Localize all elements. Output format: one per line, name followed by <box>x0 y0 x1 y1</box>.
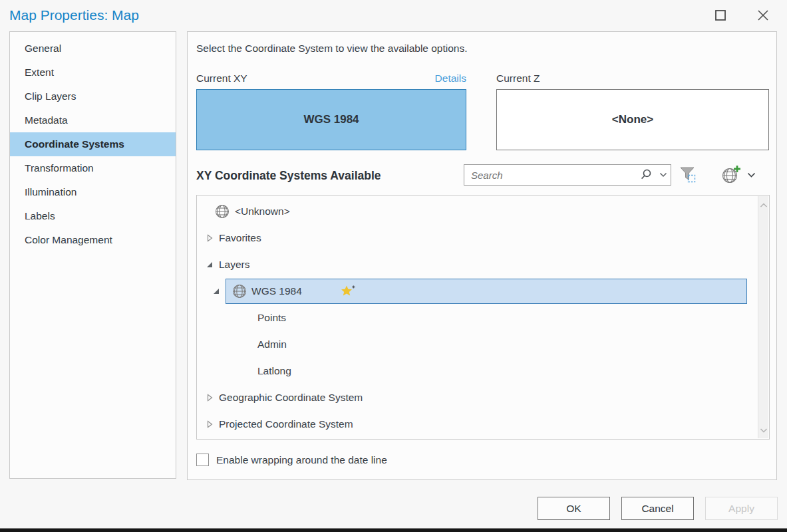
globe-icon <box>214 203 230 219</box>
maximize-button[interactable] <box>712 8 729 25</box>
sidebar-item-illumination[interactable]: Illumination <box>10 180 176 204</box>
wrap-dateline-row: Enable wrapping around the date line <box>196 454 387 466</box>
current-xy-label: Current XY <box>196 72 247 84</box>
sidebar-item-metadata[interactable]: Metadata <box>10 108 176 132</box>
sidebar-item-transformation[interactable]: Transformation <box>10 156 176 180</box>
search-input[interactable] <box>464 170 636 181</box>
details-link[interactable]: Details <box>417 72 466 84</box>
favorite-star-icon <box>341 285 356 298</box>
expander-expanded-icon[interactable] <box>212 288 221 295</box>
tree-item-wgs-1984[interactable]: WGS 1984 <box>197 278 758 305</box>
search-dropdown-chevron-icon[interactable] <box>656 172 671 178</box>
tree-item-favorites[interactable]: Favorites <box>197 225 758 251</box>
close-button[interactable] <box>754 8 772 25</box>
window-title: Map Properties: Map <box>9 7 139 23</box>
sidebar-item-extent[interactable]: Extent <box>10 61 176 84</box>
current-xy-value[interactable]: WGS 1984 <box>196 89 466 150</box>
sidebar-item-coordinate-systems[interactable]: Coordinate Systems <box>10 132 176 156</box>
expander-collapsed-icon[interactable] <box>205 394 214 402</box>
scroll-up-icon[interactable] <box>760 199 768 211</box>
tree-item-geographic-coordinate-system[interactable]: Geographic Coordinate System <box>197 384 758 411</box>
scroll-down-icon[interactable] <box>760 424 768 436</box>
tree-item-points[interactable]: Points <box>197 305 758 331</box>
expander-collapsed-icon[interactable] <box>205 234 214 242</box>
filter-funnel-icon <box>679 166 697 187</box>
wrap-dateline-label: Enable wrapping around the date line <box>216 454 387 466</box>
tree-item-label: Points <box>257 312 286 324</box>
tree-item-label: Layers <box>219 259 250 271</box>
wrap-dateline-checkbox[interactable] <box>196 454 209 466</box>
coordinate-system-tree: <Unknown>FavoritesLayers WGS 1984 Points… <box>196 195 770 440</box>
ok-button[interactable]: OK <box>538 497 610 520</box>
list-heading: XY Coordinate Systems Available <box>196 169 381 183</box>
window-bottom-edge <box>0 528 787 532</box>
intro-text: Select the Coordinate System to view the… <box>196 43 468 55</box>
tree-item-label: Favorites <box>219 232 261 244</box>
expander-expanded-icon[interactable] <box>205 261 214 268</box>
sidebar: GeneralExtentClip LayersMetadataCoordina… <box>9 31 176 479</box>
tree-item-label: <Unknown> <box>235 205 290 217</box>
cancel-button[interactable]: Cancel <box>621 497 694 520</box>
add-coordinate-system-button[interactable] <box>720 164 742 188</box>
main-panel: Select the Coordinate System to view the… <box>187 31 777 480</box>
tree-selected-row[interactable]: WGS 1984 <box>226 279 747 304</box>
tree-item-unknown[interactable]: <Unknown> <box>197 198 758 225</box>
tree-item-admin[interactable]: Admin <box>197 331 758 358</box>
apply-button: Apply <box>705 497 778 520</box>
tree-item-label: Geographic Coordinate System <box>219 392 363 404</box>
tree-scrollbar[interactable] <box>758 196 768 438</box>
sidebar-item-labels[interactable]: Labels <box>10 204 176 228</box>
tree-item-label: Admin <box>257 338 287 350</box>
tree-list: <Unknown>FavoritesLayers WGS 1984 Points… <box>197 196 758 438</box>
filter-button[interactable] <box>679 166 697 187</box>
tree-item-label: Projected Coordinate System <box>219 418 353 430</box>
sidebar-item-general[interactable]: General <box>10 37 176 61</box>
sidebar-item-clip-layers[interactable]: Clip Layers <box>10 84 176 108</box>
tree-item-latlong[interactable]: Latlong <box>197 358 758 384</box>
current-z-label: Current Z <box>496 72 540 84</box>
add-dropdown-chevron-icon[interactable] <box>747 172 756 178</box>
expander-collapsed-icon[interactable] <box>205 420 214 428</box>
tree-item-label: Latlong <box>257 365 291 377</box>
tree-item-layers[interactable]: Layers <box>197 251 758 278</box>
sidebar-item-color-management[interactable]: Color Management <box>10 228 176 252</box>
tree-item-label: WGS 1984 <box>251 285 302 297</box>
globe-plus-icon <box>720 164 742 188</box>
footer: OKCancelApply <box>538 497 778 520</box>
tree-item-projected-coordinate-system[interactable]: Projected Coordinate System <box>197 411 758 438</box>
sidebar-list: GeneralExtentClip LayersMetadataCoordina… <box>10 37 176 252</box>
close-icon <box>756 8 770 25</box>
maximize-icon <box>714 9 727 25</box>
search-box <box>464 164 671 186</box>
current-z-value[interactable]: <None> <box>496 89 769 150</box>
globe-icon <box>232 283 247 299</box>
search-icon[interactable] <box>636 168 656 182</box>
